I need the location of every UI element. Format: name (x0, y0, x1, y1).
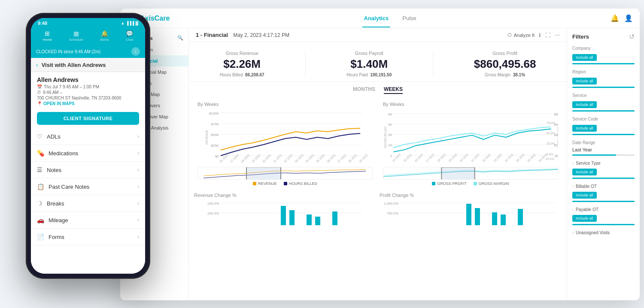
phone-frame: 9:48 ▲ ▐▐▐ ▓ ⊞ Home ▦ Schedule 🔔 (26, 13, 150, 279)
region-tag[interactable]: Include all (572, 78, 597, 85)
svg-text:2K: 2K (388, 133, 392, 137)
content-title: 1 - Financial (196, 32, 228, 38)
schedule-icon: ▦ (73, 30, 79, 37)
client-address: 700 CHURCH ST Nashville, TN 37203-9600 (37, 96, 139, 100)
svg-text:$50K: $50K (211, 133, 219, 137)
more-icon[interactable]: ⋯ (555, 32, 560, 38)
menu-item-breaks[interactable]: ☽ Breaks › (31, 195, 145, 212)
svg-text:29 2022: 29 2022 (448, 153, 457, 163)
svg-rect-85 (501, 214, 506, 225)
filter-billable-ot: › Billable OT Include all (572, 184, 635, 202)
svg-rect-66 (441, 168, 474, 180)
svg-text:25 2022: 25 2022 (403, 153, 412, 163)
notification-icon[interactable]: 🔔 (611, 14, 619, 22)
filter-payable-ot: › Payable OT Include all (572, 207, 635, 225)
gross-profit-value: $860,495.68 (474, 57, 536, 71)
menu-item-past-care[interactable]: 📋 Past Care Notes › (31, 178, 145, 195)
service-code-slider[interactable] (572, 134, 635, 135)
tab-pulse[interactable]: Pulse (401, 9, 418, 27)
service-slider[interactable] (572, 110, 635, 112)
chart2-area: 4K 3K 2K 1K 0 $60K $40K $20K $0 -$20K (383, 109, 558, 165)
nav-alerts[interactable]: 🔔 Alerts (100, 30, 109, 42)
menu-item-notes[interactable]: ☰ Notes › (31, 162, 145, 178)
info-icon[interactable]: ℹ (539, 32, 541, 38)
svg-text:34 2022: 34 2022 (305, 154, 315, 163)
nav-schedule-label: Schedule (69, 38, 83, 42)
svg-text:$75K: $75K (211, 122, 219, 126)
notes-label: Notes (47, 167, 61, 173)
svg-text:32 2022: 32 2022 (482, 153, 491, 163)
signal-icon: ▐▐▐ (126, 21, 134, 25)
svg-text:36 2022: 36 2022 (527, 153, 536, 163)
svg-text:$25K: $25K (211, 144, 219, 148)
svg-text:30 2022: 30 2022 (262, 154, 272, 163)
svg-text:32 2022: 32 2022 (283, 154, 293, 163)
service-type-row[interactable]: › Service Type (572, 161, 635, 166)
legend-revenue: REVENUE (253, 181, 277, 186)
billable-ot-slider[interactable] (572, 201, 635, 202)
period-months[interactable]: MONTHS (353, 86, 375, 94)
company-tag[interactable]: Include all (572, 54, 597, 61)
svg-text:34 2022: 34 2022 (504, 153, 513, 163)
service-tag[interactable]: Include all (572, 101, 597, 108)
breaks-label: Breaks (47, 200, 64, 207)
menu-item-mileage[interactable]: 🚗 Mileage › (31, 212, 145, 229)
tab-analytics[interactable]: Analytics (362, 9, 391, 27)
filter-reset-icon[interactable]: ↺ (629, 33, 635, 41)
svg-text:750.0%: 750.0% (387, 211, 398, 215)
dashboard-main: 1 - Financial May 2, 2023 4:17:12 PM ⬡ A… (189, 28, 567, 300)
wifi-icon: ▲ (121, 21, 125, 25)
kpi-divider-2 (433, 51, 433, 77)
pin-icon: 📍 (37, 101, 42, 106)
payable-ot-row[interactable]: › Payable OT (572, 207, 635, 212)
menu-item-forms[interactable]: 📄 Forms › (31, 229, 145, 245)
medications-chevron: › (137, 150, 139, 156)
notes-icon: ☰ (37, 166, 43, 173)
svg-text:100.0%: 100.0% (207, 211, 219, 215)
clocked-arrow-icon[interactable]: › (131, 47, 140, 56)
svg-text:31 2022: 31 2022 (471, 153, 480, 163)
svg-text:HOURS BILLED: HOURS BILLED (384, 127, 387, 148)
svg-text:150.0%: 150.0% (207, 202, 219, 205)
region-slider[interactable] (572, 87, 635, 88)
menu-item-adls[interactable]: ♡ ADLs › (31, 128, 145, 145)
service-type-tag[interactable]: Include all (572, 169, 597, 175)
menu-item-medications[interactable]: 💊 Medications › (31, 145, 145, 162)
svg-text:GROSS PROFIT: GROSS PROFIT (557, 126, 558, 148)
nav-schedule[interactable]: ▦ Schedule (69, 30, 83, 42)
expand-icon[interactable]: ⛶ (545, 32, 550, 38)
nav-home-label: Home (43, 38, 52, 42)
nav-home[interactable]: ⊞ Home (43, 30, 52, 42)
back-button[interactable]: ‹ (36, 61, 38, 68)
search-icon[interactable]: 🔍 (177, 35, 183, 41)
svg-text:27 2022: 27 2022 (425, 153, 435, 163)
payable-ot-tag[interactable]: Include all (572, 215, 597, 222)
svg-text:33 2022: 33 2022 (493, 153, 502, 163)
service-code-label: Service Code (572, 117, 635, 121)
battery-icon: ▓ (135, 21, 138, 25)
dashboard-body: Dashboards 🔍 ⊕ Drill Down ≡ 1 - Financia… (120, 28, 640, 300)
billable-ot-row[interactable]: › Billable OT (572, 184, 635, 189)
client-signature-button[interactable]: CLIENT SIGNATURE (37, 112, 139, 125)
service-code-tag[interactable]: Include all (572, 125, 597, 132)
svg-text:27 2022: 27 2022 (230, 154, 240, 163)
unassigned-row[interactable]: › Unassigned Visits (572, 230, 635, 235)
company-slider[interactable] (572, 63, 635, 64)
user-icon[interactable]: 👤 (624, 14, 633, 22)
past-care-chevron: › (137, 184, 139, 190)
nav-chat[interactable]: 💬 Chat (126, 30, 133, 42)
payable-ot-slider[interactable] (572, 224, 635, 225)
medications-label: Medications (49, 150, 78, 157)
svg-text:1K: 1K (388, 143, 392, 147)
svg-text:40 2022: 40 2022 (358, 154, 368, 163)
nav-alerts-label: Alerts (100, 38, 109, 42)
gross-profit-dot (432, 182, 435, 185)
service-type-slider[interactable] (572, 178, 635, 179)
analyze-it-button[interactable]: ⬡ Analyze It (507, 32, 535, 38)
billable-ot-tag[interactable]: Include all (572, 192, 597, 199)
open-maps-link[interactable]: 📍 OPEN IN MAPS (37, 101, 139, 106)
forms-icon: 📄 (37, 233, 44, 240)
date-range-slider[interactable] (572, 154, 635, 156)
period-weeks[interactable]: WEEKS (384, 86, 403, 94)
payable-ot-chevron: › (572, 208, 574, 212)
